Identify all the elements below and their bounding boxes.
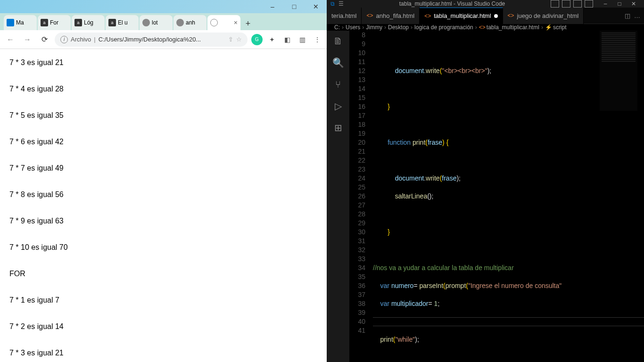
output-line: FOR	[9, 270, 317, 278]
browser-tab[interactable]: lot	[140, 15, 173, 30]
browser-tab[interactable]: anh	[173, 15, 206, 30]
html-icon: <>	[424, 13, 431, 19]
share-icon[interactable]: ⇧	[228, 36, 233, 43]
new-tab-button[interactable]: +	[241, 17, 255, 30]
tab-label: El u	[118, 19, 128, 26]
more-actions-icon[interactable]: …	[634, 12, 640, 19]
output-line: 7 * 1 es igual 7	[9, 296, 317, 304]
star-icon[interactable]: ☆	[236, 36, 242, 43]
activity-bar: 🗎 🔍 ⑂ ▷ ⊞ 👤 ⚙	[327, 31, 349, 362]
output-line: 7 * 6 es igual 42	[9, 138, 317, 146]
tab-close-icon[interactable]: ×	[234, 19, 238, 26]
browser-tab-active[interactable]: ×	[207, 15, 240, 30]
output-line: 7 * 5 es igual 35	[9, 111, 317, 120]
site-icon: a	[41, 19, 48, 26]
site-icon: a	[74, 19, 82, 26]
html-icon: <>	[508, 12, 514, 19]
output-line: 7 * 7 es igual 49	[9, 164, 317, 173]
maximize-button[interactable]: □	[613, 0, 626, 7]
menu-icon[interactable]: ⋮	[312, 34, 323, 45]
minimize-button[interactable]: –	[599, 0, 612, 7]
html-icon: <>	[366, 12, 373, 19]
globe-icon	[176, 19, 184, 26]
window-controls: – □ ✕	[262, 0, 327, 13]
reload-button[interactable]: ⟳	[38, 33, 51, 46]
tab-actions: ◫ …	[621, 12, 644, 19]
editor-tabs: teria.html <>anho_fifa.html <>tabla_mult…	[327, 8, 644, 24]
outlook-icon	[7, 19, 14, 26]
output-line: 7 * 4 es igual 28	[9, 85, 317, 93]
address-bar: ← → ⟳ i Archivo | C:/Users/Jimmy/Desktop…	[0, 30, 327, 49]
search-icon[interactable]: 🔍	[331, 56, 345, 69]
modified-indicator	[494, 14, 498, 18]
extensions-icon[interactable]: ✦	[266, 34, 278, 45]
editor-tab[interactable]: <>anho_fifa.html	[362, 8, 420, 24]
output-line: 7 * 2 es igual 14	[9, 322, 317, 331]
minimap[interactable]	[600, 31, 637, 111]
tab-label: lot	[152, 19, 158, 26]
close-button[interactable]: ✕	[627, 0, 640, 7]
sidebar-icon[interactable]: ◧	[281, 34, 293, 45]
window-controls: – □ ✕	[599, 0, 640, 7]
explorer-icon[interactable]: 🗎	[331, 34, 345, 48]
reading-list-icon[interactable]: ▥	[297, 34, 308, 45]
browser-tabstrip: Ma aFor aLóg aEl u lot anh × +	[0, 13, 327, 30]
layout-controls[interactable]	[551, 0, 593, 8]
browser-window: – □ ✕ Ma aFor aLóg aEl u lot anh × + ← →…	[0, 0, 327, 362]
minimize-button[interactable]: –	[262, 0, 283, 13]
vscode-body: 🗎 🔍 ⑂ ▷ ⊞ 👤 ⚙ 89101112131415161718192021…	[327, 31, 644, 362]
tab-label: For	[50, 19, 58, 26]
browser-tab[interactable]: aEl u	[106, 15, 139, 30]
globe-icon	[142, 19, 150, 26]
menu-button[interactable]: ☰	[339, 0, 350, 7]
output-line: 7 * 10 es igual 70	[9, 243, 317, 252]
site-icon: a	[108, 19, 116, 26]
breadcrumbs[interactable]: C:› Users› Jimmy› Desktop› logica de pro…	[327, 24, 644, 31]
maximize-button[interactable]: □	[283, 0, 305, 13]
tab-label: anh	[186, 19, 195, 26]
extensions-icon[interactable]: ⊞	[331, 121, 345, 134]
grammarly-icon[interactable]: G	[251, 34, 263, 45]
window-title: tabla_multiplicar.html - Visual Studio C…	[354, 0, 551, 7]
editor-tab[interactable]: <>juego de adivinar_html	[503, 8, 584, 24]
url-path: C:/Users/Jimmy/Desktop/logica%20...	[99, 36, 201, 43]
code-editor[interactable]: 8910111213141516171819202122232425262728…	[349, 31, 644, 362]
output-line: 7 * 3 es igual 21	[9, 349, 317, 357]
forward-button[interactable]: →	[21, 33, 34, 46]
output-line: 7 * 3 es igual 21	[9, 58, 317, 67]
current-line-highlight	[373, 317, 644, 326]
site-info-icon[interactable]: i	[60, 36, 68, 43]
tab-label: Ma	[16, 19, 24, 26]
debug-icon[interactable]: ▷	[331, 99, 345, 113]
url-scheme: Archivo	[71, 36, 91, 43]
split-editor-icon[interactable]: ◫	[625, 12, 630, 19]
output-line: 7 * 8 es igual 56	[9, 190, 317, 199]
page-content: 7 * 3 es igual 21 7 * 4 es igual 28 7 * …	[0, 49, 327, 362]
editor-tab[interactable]: teria.html	[327, 8, 362, 24]
source-control-icon[interactable]: ⑂	[331, 78, 345, 91]
back-button[interactable]: ←	[4, 33, 17, 46]
line-gutter: 8910111213141516171819202122232425262728…	[349, 31, 373, 362]
browser-tab[interactable]: aLóg	[72, 15, 105, 30]
document-icon	[210, 19, 218, 26]
url-input[interactable]: i Archivo | C:/Users/Jimmy/Desktop/logic…	[55, 33, 248, 47]
browser-tab[interactable]: aFor	[38, 15, 71, 30]
html-icon: <>	[479, 24, 486, 31]
close-button[interactable]: ✕	[305, 0, 327, 13]
browser-tab[interactable]: Ma	[4, 15, 37, 30]
vscode-logo-icon: ⧉	[330, 0, 335, 7]
vscode-window: ⧉ ☰ tabla_multiplicar.html - Visual Stud…	[327, 0, 644, 362]
tab-label: Lóg	[84, 19, 93, 26]
output-line: 7 * 9 es igual 63	[9, 217, 317, 225]
vscode-titlebar: ⧉ ☰ tabla_multiplicar.html - Visual Stud…	[327, 0, 644, 8]
editor-tab-active[interactable]: <>tabla_multiplicar.html	[420, 8, 503, 24]
browser-titlebar: – □ ✕	[0, 0, 327, 13]
